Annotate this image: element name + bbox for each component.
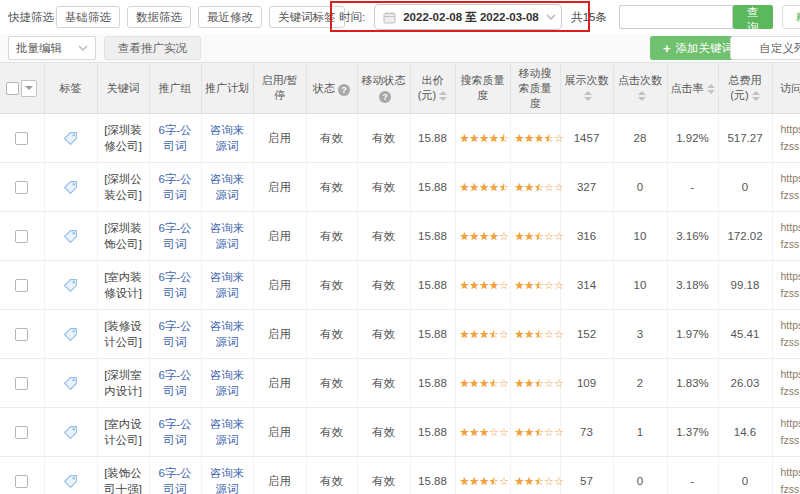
- row-checkbox[interactable]: [15, 475, 28, 488]
- url-cell: https:fzss: [772, 114, 800, 163]
- status-cell: 有效: [306, 163, 357, 212]
- filter-keyword-tag-button[interactable]: 关键词标签: [269, 6, 345, 28]
- view-live-button[interactable]: 查看推广实况: [104, 36, 201, 60]
- exact-match-button[interactable]: 精确: [782, 5, 800, 29]
- column-header-label: 访问URL: [780, 82, 800, 94]
- clicks-cell: 10: [613, 212, 667, 261]
- column-header[interactable]: 点击次数: [613, 63, 667, 114]
- column-header: 访问URL: [772, 63, 800, 114]
- adgroup-link[interactable]: 6字-公司词: [158, 467, 191, 494]
- tag-icon[interactable]: [63, 475, 78, 487]
- campaign-link[interactable]: 咨询来源词: [210, 124, 245, 152]
- help-icon[interactable]: ?: [338, 84, 350, 96]
- url-cell: https:fzss: [772, 212, 800, 261]
- url-line: https:: [781, 268, 800, 285]
- select-options-dropdown[interactable]: [21, 80, 37, 97]
- plus-icon: +: [663, 42, 671, 55]
- url-line: fzss: [781, 383, 800, 400]
- tag-icon[interactable]: [63, 279, 78, 291]
- mobile-quality-stars: ☆☆☆☆☆★★★★★: [515, 425, 564, 439]
- quality-cell: ☆☆☆☆☆★★★★★: [455, 163, 510, 212]
- ctr-cell: 1.83%: [667, 359, 718, 408]
- table-row: [装饰公司十强]6字-公司词咨询来源词启用有效有效15.88☆☆☆☆☆★★★★★…: [0, 457, 800, 494]
- toolbar: 批量编辑 查看推广实况 + 添加关键词 自定义列: [0, 34, 800, 62]
- url-cell: https:fzss: [772, 163, 800, 212]
- row-checkbox[interactable]: [15, 132, 28, 145]
- enable-status-cell: 启用: [253, 114, 306, 163]
- campaign-link[interactable]: 咨询来源词: [210, 271, 245, 299]
- impressions-cell: 314: [560, 261, 613, 310]
- time-filter-group: 时间: 2022-02-08 至 2022-03-08 共15条: [339, 4, 607, 30]
- row-checkbox[interactable]: [15, 426, 28, 439]
- sort-icon[interactable]: [638, 91, 646, 101]
- custom-columns-button[interactable]: 自定义列: [730, 36, 800, 60]
- tag-icon[interactable]: [63, 132, 78, 144]
- url-cell: https:fzss: [772, 457, 800, 494]
- campaign-link[interactable]: 咨询来源词: [210, 369, 245, 397]
- filter-basic-button[interactable]: 基础筛选: [56, 6, 120, 28]
- tag-icon[interactable]: [63, 426, 78, 438]
- keyword-search-input[interactable]: [619, 5, 733, 29]
- keyword-cell: [室内装修设计]: [97, 261, 149, 310]
- adgroup-link[interactable]: 6字-公司词: [158, 222, 191, 250]
- mobile-status-cell: 有效: [357, 457, 410, 494]
- adgroup-cell: 6字-公司词: [149, 408, 201, 457]
- tag-cell: [44, 212, 97, 261]
- campaign-link[interactable]: 咨询来源词: [210, 418, 245, 446]
- filter-buttons: 基础筛选 数据筛选 最近修改 关键词标签: [56, 6, 345, 28]
- url-cell: https:fzss: [772, 310, 800, 359]
- column-header: 搜索质量度: [455, 63, 510, 114]
- column-header-label: 推广组: [159, 82, 192, 94]
- help-icon[interactable]: ?: [379, 91, 391, 103]
- column-header[interactable]: 出价(元): [410, 63, 455, 114]
- sort-icon[interactable]: [439, 91, 447, 101]
- filter-recent-button[interactable]: 最近修改: [198, 6, 262, 28]
- impressions-cell: 109: [560, 359, 613, 408]
- filter-data-button[interactable]: 数据筛选: [127, 6, 191, 28]
- date-range-picker[interactable]: 2022-02-08 至 2022-03-08: [374, 4, 562, 30]
- row-checkbox[interactable]: [15, 377, 28, 390]
- clicks-cell: 10: [613, 261, 667, 310]
- adgroup-link[interactable]: 6字-公司词: [158, 124, 191, 152]
- enable-status-cell: 启用: [253, 408, 306, 457]
- column-header[interactable]: 总费用(元): [718, 63, 772, 114]
- campaign-cell: 咨询来源词: [201, 457, 253, 494]
- bulk-edit-dropdown[interactable]: 批量编辑: [8, 36, 96, 60]
- sort-icon[interactable]: [752, 91, 760, 101]
- campaign-cell: 咨询来源词: [201, 212, 253, 261]
- campaign-link[interactable]: 咨询来源词: [210, 173, 245, 201]
- query-button[interactable]: 查询: [733, 5, 773, 29]
- quality-stars: ☆☆☆☆☆★★★★★: [460, 327, 509, 341]
- column-header-label: 移动搜索质量度: [519, 67, 552, 109]
- row-checkbox[interactable]: [15, 181, 28, 194]
- adgroup-link[interactable]: 6字-公司词: [158, 369, 191, 397]
- tag-icon[interactable]: [63, 377, 78, 389]
- row-checkbox[interactable]: [15, 230, 28, 243]
- tag-icon[interactable]: [63, 230, 78, 242]
- add-keyword-label: 添加关键词: [676, 41, 734, 56]
- url-line: fzss: [781, 285, 800, 302]
- table-header-row: 标签关键词推广组推广计划启用/暂停状态?移动状态?出价(元)搜索质量度移动搜索质…: [0, 63, 800, 114]
- tag-icon[interactable]: [63, 181, 78, 193]
- column-header[interactable]: 展示次数: [560, 63, 613, 114]
- campaign-link[interactable]: 咨询来源词: [210, 320, 245, 348]
- select-all-checkbox[interactable]: [6, 82, 19, 95]
- campaign-link[interactable]: 咨询来源词: [210, 467, 245, 494]
- row-checkbox[interactable]: [15, 279, 28, 292]
- keyword-cell: [深圳装饰公司]: [97, 212, 149, 261]
- checkbox-cell: [0, 212, 44, 261]
- adgroup-link[interactable]: 6字-公司词: [158, 418, 191, 446]
- quality-cell: ☆☆☆☆☆★★★★★: [455, 310, 510, 359]
- tag-icon[interactable]: [63, 328, 78, 340]
- sort-icon[interactable]: [584, 91, 592, 101]
- column-header[interactable]: 点击率: [667, 63, 718, 114]
- enable-status-cell: 启用: [253, 163, 306, 212]
- campaign-link[interactable]: 咨询来源词: [210, 222, 245, 250]
- adgroup-link[interactable]: 6字-公司词: [158, 173, 191, 201]
- row-checkbox[interactable]: [15, 328, 28, 341]
- sort-icon[interactable]: [707, 84, 715, 94]
- mobile-status-cell: 有效: [357, 163, 410, 212]
- adgroup-link[interactable]: 6字-公司词: [158, 320, 191, 348]
- url-line: https:: [781, 317, 800, 334]
- adgroup-link[interactable]: 6字-公司词: [158, 271, 191, 299]
